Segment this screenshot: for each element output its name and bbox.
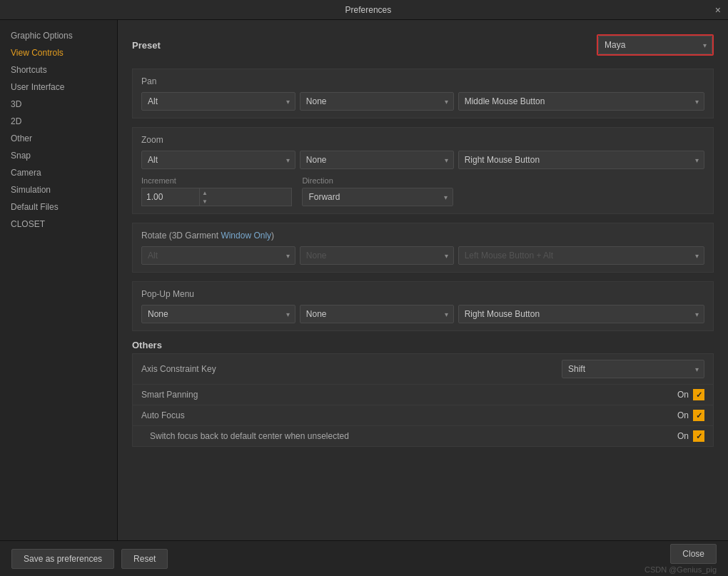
preset-select[interactable]: Maya: [598, 36, 712, 54]
zoom-button-wrapper: Right Mouse Button: [458, 151, 704, 169]
preset-dropdown-wrapper: Maya: [597, 34, 714, 56]
zoom-controls-row: Alt None Right Mouse Button: [141, 151, 704, 169]
close-button[interactable]: Close: [670, 544, 717, 564]
axis-constraint-select-wrapper: Shift: [562, 360, 704, 378]
zoom-button-select[interactable]: Right Mouse Button: [458, 151, 704, 169]
sidebar-item-other[interactable]: Other: [0, 130, 117, 147]
increment-group: Increment ▲ ▼: [141, 176, 292, 206]
direction-label: Direction: [302, 176, 453, 185]
pan-button-wrapper: Middle Mouse Button: [458, 92, 704, 111]
switch-focus-right: On ✓: [677, 430, 704, 442]
pan-label: Pan: [141, 76, 704, 86]
sidebar-item-snap[interactable]: Snap: [0, 147, 117, 164]
zoom-mod2-select[interactable]: None: [300, 151, 454, 169]
switch-focus-on-label: On: [677, 431, 689, 441]
switch-focus-row: Switch focus back to default center when…: [133, 426, 713, 446]
sidebar-item-camera[interactable]: Camera: [0, 164, 117, 181]
rotate-controls-row: Alt None Left Mouse Button + Alt: [141, 246, 704, 265]
rotate-mod1-select[interactable]: Alt: [141, 246, 295, 265]
auto-focus-checkbox[interactable]: ✓: [693, 410, 704, 421]
sidebar-item-2d[interactable]: 2D: [0, 113, 117, 130]
pan-controls-row: Alt None Middle Mouse Button: [141, 92, 704, 111]
popup-controls-row: None None Right Mouse Button: [141, 305, 704, 323]
sidebar-item-graphic-options[interactable]: Graphic Options: [0, 27, 117, 44]
auto-focus-label: Auto Focus: [141, 410, 185, 420]
window-title: Preferences: [21, 5, 715, 15]
popup-mod2-select[interactable]: None: [300, 305, 454, 323]
rotate-label: Rotate (3D Garment Window Only): [141, 231, 704, 241]
rotate-mod2-wrapper: None: [300, 246, 454, 265]
others-section: Axis Constraint Key Shift Smart Panning …: [132, 353, 714, 447]
popup-button-select[interactable]: Right Mouse Button: [458, 305, 704, 323]
axis-constraint-select[interactable]: Shift: [562, 360, 704, 378]
preset-row: Preset Maya: [132, 34, 714, 56]
title-bar: Preferences ×: [0, 0, 728, 20]
rotate-button-wrapper: Left Mouse Button + Alt: [458, 246, 704, 265]
spinbox-up-arrow[interactable]: ▲: [200, 188, 210, 197]
increment-spinbox: ▲ ▼: [141, 188, 292, 206]
increment-input[interactable]: [142, 192, 199, 202]
rotate-mod2-select[interactable]: None: [300, 246, 454, 265]
auto-focus-row: Auto Focus On ✓: [133, 405, 713, 426]
popup-mod2-wrapper: None: [300, 305, 454, 323]
popup-mod1-select[interactable]: None: [141, 305, 295, 323]
smart-panning-on-label: On: [677, 390, 689, 400]
switch-focus-checkbox[interactable]: ✓: [693, 430, 704, 442]
axis-constraint-label: Axis Constraint Key: [141, 364, 216, 374]
content-area: Preset Maya Pan Alt N: [118, 20, 728, 540]
rotate-label-highlight: Window Only: [221, 231, 271, 241]
sidebar-item-shortcuts[interactable]: Shortcuts: [0, 61, 117, 79]
zoom-mod2-wrapper: None: [300, 151, 454, 169]
smart-panning-row: Smart Panning On ✓: [133, 385, 713, 405]
zoom-mod1-select[interactable]: Alt: [141, 151, 295, 169]
rotate-label-normal: Rotate (3D Garment: [141, 231, 221, 241]
auto-focus-on-label: On: [677, 410, 689, 420]
zoom-mod1-wrapper: Alt: [141, 151, 295, 169]
sidebar-item-default-files[interactable]: Default Files: [0, 198, 117, 216]
pan-mod2-wrapper: None: [300, 92, 454, 111]
pan-button-select[interactable]: Middle Mouse Button: [458, 92, 704, 111]
rotate-section: Rotate (3D Garment Window Only) Alt None…: [132, 223, 714, 273]
rotate-label-suffix: ): [271, 231, 274, 241]
direction-group: Direction Forward: [302, 176, 453, 206]
bottom-right: Close CSDN @Genius_pig: [644, 544, 717, 574]
save-as-preferences-button[interactable]: Save as preferences: [11, 549, 114, 569]
axis-constraint-row: Axis Constraint Key Shift: [133, 354, 713, 385]
spinbox-arrows: ▲ ▼: [199, 188, 210, 206]
reset-button[interactable]: Reset: [121, 549, 168, 569]
sidebar: Graphic Options View Controls Shortcuts …: [0, 20, 118, 540]
preset-label: Preset: [132, 40, 161, 51]
smart-panning-right: On ✓: [677, 389, 704, 400]
others-label-row: Others: [132, 340, 714, 350]
popup-button-wrapper: Right Mouse Button: [458, 305, 704, 323]
popup-label: Pop-Up Menu: [141, 289, 704, 299]
switch-focus-label: Switch focus back to default center when…: [150, 431, 349, 441]
smart-panning-checkbox[interactable]: ✓: [693, 389, 704, 400]
sidebar-item-simulation[interactable]: Simulation: [0, 181, 117, 198]
increment-direction-row: Increment ▲ ▼ Direction Forward: [141, 176, 704, 206]
popup-section: Pop-Up Menu None None Right Mouse Button: [132, 281, 714, 331]
preset-select-wrapper: Maya: [598, 36, 712, 54]
direction-select-wrapper: Forward: [302, 188, 453, 206]
bottom-left: Save as preferences Reset: [11, 549, 168, 569]
window-close-button[interactable]: ×: [715, 4, 721, 16]
rotate-button-select[interactable]: Left Mouse Button + Alt: [458, 246, 704, 265]
main-container: Graphic Options View Controls Shortcuts …: [0, 20, 728, 540]
increment-label: Increment: [141, 176, 292, 185]
watermark: CSDN @Genius_pig: [644, 565, 717, 574]
sidebar-item-view-controls[interactable]: View Controls: [0, 44, 117, 61]
pan-section: Pan Alt None Middle Mouse Button: [132, 69, 714, 118]
smart-panning-label: Smart Panning: [141, 390, 198, 400]
pan-mod2-select[interactable]: None: [300, 92, 454, 111]
bottom-bar: Save as preferences Reset Close CSDN @Ge…: [0, 540, 728, 576]
sidebar-item-user-interface[interactable]: User Interface: [0, 79, 117, 96]
sidebar-item-closet[interactable]: CLOSET: [0, 216, 117, 233]
popup-mod1-wrapper: None: [141, 305, 295, 323]
zoom-label: Zoom: [141, 135, 704, 145]
direction-select[interactable]: Forward: [302, 188, 453, 206]
pan-mod1-select[interactable]: Alt: [141, 92, 295, 111]
zoom-section: Zoom Alt None Right Mouse Button: [132, 127, 714, 214]
spinbox-down-arrow[interactable]: ▼: [200, 197, 210, 206]
sidebar-item-3d[interactable]: 3D: [0, 96, 117, 113]
auto-focus-right: On ✓: [677, 410, 704, 421]
